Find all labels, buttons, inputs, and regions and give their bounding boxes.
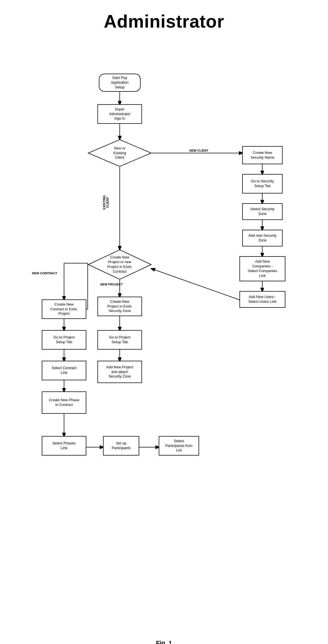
start-node: Start Pay Application Setup (99, 74, 141, 92)
diamond2-node: Create New Project or new Project in Exi… (88, 249, 152, 280)
svg-line-9 (152, 269, 242, 301)
select-participants-node: Select Participants from List (159, 436, 199, 456)
goto-project-setup1-node: Go to Project Setup Tab (42, 330, 86, 350)
setup-participants-node: Set up Participants (103, 436, 139, 456)
diamond1-node: New or Existing Client (88, 139, 152, 167)
page-title: Administrator (0, 0, 328, 37)
svg-marker-24 (88, 140, 151, 166)
create-new-phase-node: Create New Phase in Contract (42, 391, 86, 414)
figure-caption: Fig. 1 (0, 637, 328, 644)
select-security-zone-node: Select Security Zone (242, 203, 283, 220)
go-to-security-setup-node: Go to Security Setup Tab (242, 174, 283, 193)
new-project-label: NEW PROJECT (100, 283, 123, 286)
super-admin-node: Super Administrator logs In (97, 104, 142, 124)
existing-client-label: EXISTING CLIENT (102, 191, 109, 214)
add-new-users-node: Add New Users - Select Users Link (239, 291, 285, 308)
new-contract-label: NEW CONTRACT (32, 272, 57, 275)
svg-marker-25 (88, 250, 151, 279)
new-client-label: NEW CLIENT (189, 149, 208, 152)
add-new-project-attach-node: Add New Project and attach Security Zone (97, 361, 142, 383)
add-new-security-zone-node: Add new Security Zone (242, 230, 283, 246)
create-contract-node: Create New Contract In Exist. Project (42, 299, 86, 319)
select-phases-link-node: Select Phases Link (42, 436, 86, 456)
goto-project-setup2-node: Go to Project Setup Tab (97, 330, 142, 350)
flowchart-diagram: Start Pay Application Setup Super Admini… (0, 37, 328, 637)
select-contract-link-node: Select Contract Link (42, 361, 86, 380)
create-security-name-node: Create New Security Name (242, 146, 283, 164)
create-new-project-exist-node: Create New Project in Exist. Security Zo… (97, 297, 142, 316)
add-new-companies-node: Add New Companies - Select Companies Lin… (239, 256, 285, 281)
